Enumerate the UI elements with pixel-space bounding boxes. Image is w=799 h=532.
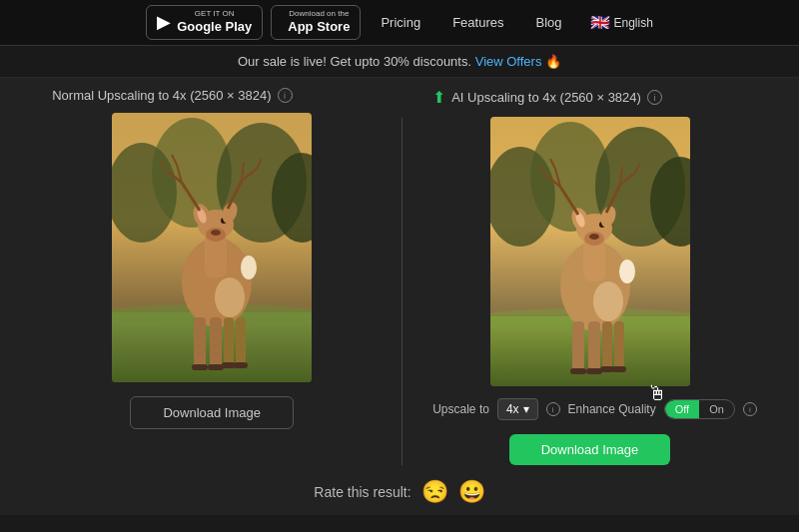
right-panel-header: ⬆ AI Upscaling to 4x (2560 × 3824) i [422, 88, 662, 107]
svg-rect-28 [224, 317, 234, 365]
right-deer-image [490, 117, 690, 386]
toggle-off-button[interactable]: Off [665, 400, 699, 418]
google-play-main-text: Google Play [177, 19, 252, 35]
view-offers-link[interactable]: View Offers [475, 54, 542, 69]
left-download-button[interactable]: Download Image [130, 396, 294, 429]
language-selector[interactable]: 🇬🇧 English [590, 13, 653, 32]
upscale-label: Upscale to [432, 402, 489, 416]
sale-banner: Our sale is live! Get upto 30% discounts… [0, 46, 799, 78]
left-panel-title: Normal Upscaling to 4x (2560 × 3824) [52, 88, 271, 103]
svg-rect-68 [600, 366, 614, 372]
left-deer-svg [112, 113, 312, 382]
svg-point-34 [215, 277, 245, 317]
flag-icon: 🇬🇧 [590, 13, 610, 32]
google-play-button[interactable]: ▶ GET IT ON Google Play [146, 5, 263, 39]
enhance-quality-toggle[interactable]: Off On [664, 399, 735, 419]
panel-divider [401, 118, 402, 465]
left-deer-image [112, 113, 312, 382]
app-store-main-text: App Store [288, 19, 350, 35]
svg-rect-69 [612, 366, 626, 372]
pricing-link[interactable]: Pricing [369, 15, 432, 30]
google-play-icon: ▶ [157, 11, 171, 33]
rating-label: Rate this result: [314, 484, 410, 500]
rating-row: Rate this result: 😒 😀 [0, 465, 799, 515]
google-play-top-text: GET IT ON [177, 10, 252, 19]
svg-rect-31 [208, 364, 224, 370]
right-deer-svg [490, 117, 690, 386]
upscale-dropdown[interactable]: 4x ▾ [497, 398, 538, 420]
upscale-value: 4x [506, 402, 519, 416]
svg-rect-30 [192, 364, 208, 370]
svg-rect-29 [236, 317, 246, 365]
svg-point-11 [211, 230, 221, 236]
svg-rect-27 [210, 317, 222, 367]
main-content: Normal Upscaling to 4x (2560 × 3824) i [0, 78, 799, 515]
comparison-row: Normal Upscaling to 4x (2560 × 3824) i [0, 78, 799, 465]
svg-rect-62 [572, 321, 584, 371]
svg-rect-26 [194, 317, 206, 367]
features-link[interactable]: Features [440, 15, 515, 30]
right-info-icon[interactable]: i [647, 90, 662, 105]
enhance-label: Enhance Quality [568, 402, 656, 416]
sad-rating-button[interactable]: 😒 [421, 479, 448, 505]
happy-rating-button[interactable]: 😀 [458, 479, 485, 505]
fire-emoji: 🔥 [545, 54, 561, 69]
dropdown-arrow-icon: ▾ [523, 402, 529, 416]
svg-point-70 [593, 281, 623, 321]
ai-upscale-icon: ⬆ [432, 88, 445, 107]
left-panel: Normal Upscaling to 4x (2560 × 3824) i [42, 88, 382, 429]
app-store-top-text: Download on the [288, 10, 350, 19]
svg-point-47 [589, 234, 599, 240]
svg-rect-64 [602, 321, 612, 369]
top-navigation: ▶ GET IT ON Google Play Download on the … [0, 0, 799, 46]
svg-rect-67 [586, 368, 602, 374]
right-download-button[interactable]: Download Image [509, 434, 671, 465]
svg-rect-32 [222, 362, 236, 368]
right-panel-title: AI Upscaling to 4x (2560 × 3824) [451, 90, 641, 105]
svg-rect-63 [588, 321, 600, 371]
sale-text: Our sale is live! Get upto 30% discounts… [238, 54, 471, 69]
right-panel-wrapper: ⬆ AI Upscaling to 4x (2560 × 3824) i [422, 88, 757, 465]
app-store-button[interactable]: Download on the App Store [271, 5, 361, 39]
svg-point-35 [241, 256, 257, 279]
svg-rect-66 [570, 368, 586, 374]
svg-point-71 [619, 260, 635, 283]
blog-link[interactable]: Blog [523, 15, 573, 30]
language-label: English [614, 16, 653, 30]
controls-row: Upscale to 4x ▾ i Enhance Quality Off On… [422, 398, 757, 420]
enhance-info-icon[interactable]: i [743, 402, 757, 416]
svg-rect-33 [234, 362, 248, 368]
left-info-icon[interactable]: i [278, 88, 293, 103]
svg-rect-65 [614, 321, 624, 369]
toggle-on-button[interactable]: On [699, 400, 734, 418]
right-panel: ⬆ AI Upscaling to 4x (2560 × 3824) i [422, 88, 757, 465]
left-panel-header: Normal Upscaling to 4x (2560 × 3824) i [42, 88, 292, 103]
upscale-info-icon[interactable]: i [546, 402, 560, 416]
